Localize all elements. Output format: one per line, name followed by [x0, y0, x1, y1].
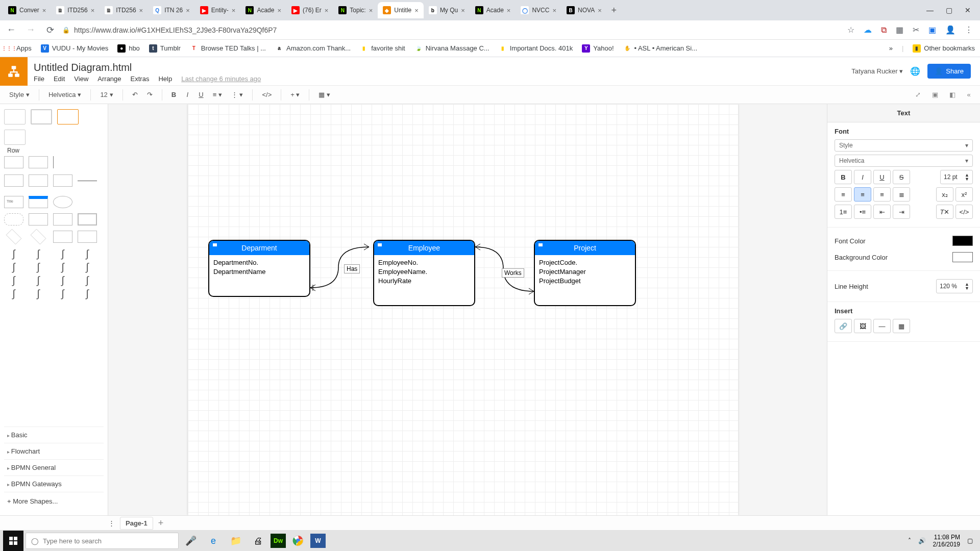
- shape-entity-box[interactable]: [29, 213, 48, 226]
- shape-table-4[interactable]: [4, 130, 26, 145]
- browser-tab[interactable]: 🗎ITD256×: [100, 2, 148, 18]
- close-tab-icon[interactable]: ×: [507, 7, 511, 14]
- forward-button[interactable]: →: [23, 24, 38, 35]
- numbered-list-button[interactable]: 1≡: [835, 205, 852, 219]
- shape-misc-3[interactable]: [53, 174, 72, 187]
- ext-onedrive-icon[interactable]: ☁: [864, 25, 872, 35]
- start-button[interactable]: [3, 531, 23, 551]
- shape-connector-2[interactable]: ∫: [29, 248, 48, 261]
- relation-label-has[interactable]: Has: [344, 264, 360, 273]
- italic-button[interactable]: I: [182, 89, 192, 101]
- bookmark-item[interactable]: aAmazon.com Thank...: [275, 44, 351, 53]
- shape-entity-1[interactable]: [29, 196, 48, 208]
- more-format-dropdown[interactable]: ⋮ ▾: [228, 89, 247, 101]
- page-tab-1[interactable]: Page-1: [120, 517, 153, 530]
- entity-body[interactable]: DepartmentNo.DepartmentName: [209, 255, 309, 296]
- canvas-page[interactable]: Has Works DeparmentDepartmentNo.Departme…: [188, 104, 738, 515]
- document-title[interactable]: Untitled Diagram.html: [34, 62, 261, 73]
- tray-volume-icon[interactable]: 🔊: [918, 537, 926, 544]
- bookmark-item[interactable]: ⋮⋮⋮Apps: [5, 44, 32, 53]
- shape-row-2[interactable]: [29, 156, 48, 168]
- more-shapes-button[interactable]: + More Shapes...: [4, 492, 104, 510]
- bg-color-swatch[interactable]: [952, 252, 973, 262]
- shape-connector-1[interactable]: ∫: [4, 248, 23, 261]
- shape-connector-11[interactable]: ∫: [53, 274, 72, 288]
- redo-button[interactable]: ↷: [144, 89, 156, 101]
- bookmark-item[interactable]: ▮favorite shit: [360, 44, 405, 53]
- canvas-area[interactable]: Has Works DeparmentDepartmentNo.Departme…: [108, 104, 827, 515]
- close-tab-icon[interactable]: ×: [369, 7, 373, 14]
- shape-note-2[interactable]: [78, 231, 97, 243]
- panel-italic-button[interactable]: I: [854, 170, 871, 184]
- shape-note-1[interactable]: [53, 231, 72, 243]
- shape-row-1[interactable]: [4, 156, 23, 168]
- entity-body[interactable]: EmployeeNo.EmployeeName.HourlyRate: [374, 255, 474, 305]
- close-tab-icon[interactable]: ×: [232, 7, 236, 14]
- shape-attribute[interactable]: [53, 196, 72, 208]
- indent-button[interactable]: ⇥: [893, 205, 910, 219]
- taskbar-word-icon[interactable]: W: [310, 534, 326, 548]
- shape-connector-5[interactable]: ∫: [4, 261, 23, 274]
- share-button[interactable]: 👤 Share: [927, 64, 971, 79]
- superscript-button[interactable]: x²: [955, 187, 973, 202]
- ext-cut-icon[interactable]: ✂: [913, 25, 919, 35]
- bookmark-overflow[interactable]: »: [889, 44, 893, 52]
- user-name[interactable]: Tatyana Rucker ▾: [851, 67, 903, 75]
- entity-header[interactable]: Deparment: [209, 241, 309, 255]
- font-family-dropdown[interactable]: Helvetica ▾: [45, 89, 84, 101]
- shape-table-3[interactable]: [57, 109, 79, 124]
- taskbar-edge-icon[interactable]: e: [203, 531, 224, 551]
- cast-icon[interactable]: ▣: [928, 25, 936, 35]
- taskbar-chrome-icon[interactable]: [288, 531, 308, 551]
- shape-cloud[interactable]: [4, 213, 23, 226]
- bookmark-item[interactable]: ▮Important Docs. 401k: [499, 44, 573, 53]
- line-height-spinner[interactable]: 120 %▲▼: [936, 279, 973, 293]
- align-justify-button[interactable]: ≣: [893, 187, 910, 202]
- browser-tab[interactable]: ▶(76) Er×: [286, 2, 333, 18]
- insert-image-button[interactable]: 🖼: [854, 319, 871, 333]
- bookmark-item[interactable]: ✋• ASL • American Si...: [623, 44, 698, 53]
- shape-entity-box-3[interactable]: [78, 213, 97, 226]
- shape-connector-16[interactable]: ∫: [78, 288, 97, 301]
- entity-header[interactable]: Project: [535, 241, 635, 255]
- other-bookmarks[interactable]: ▮ Other bookmarks: [913, 44, 975, 53]
- menu-file[interactable]: File: [34, 75, 44, 83]
- taskbar-printer-icon[interactable]: 🖨: [248, 531, 268, 551]
- collapse-icon[interactable]: [538, 243, 543, 247]
- browser-tab[interactable]: NAcade×: [470, 2, 516, 18]
- shape-connector-4[interactable]: ∫: [78, 248, 97, 261]
- entity-body[interactable]: ProjectCode.ProjectManagerProjectBudget: [535, 255, 635, 305]
- panel-bold-button[interactable]: B: [835, 170, 852, 184]
- browser-tab[interactable]: NConver×: [3, 2, 51, 18]
- shape-table-1[interactable]: [4, 109, 26, 124]
- shape-connector-12[interactable]: ∫: [78, 274, 97, 288]
- entity-attribute[interactable]: EmployeeName.: [378, 267, 470, 277]
- shape-misc-2[interactable]: [29, 174, 48, 187]
- reload-button[interactable]: ⟳: [43, 24, 57, 36]
- bookmark-item[interactable]: ●hbo: [117, 44, 140, 53]
- shape-misc-1[interactable]: [4, 174, 23, 187]
- url-bar[interactable]: 🔒 https://www.draw.io/#G1XHExLIEhS3_2J9e…: [62, 26, 842, 34]
- window-maximize-icon[interactable]: ▢: [946, 6, 952, 14]
- close-tab-icon[interactable]: ×: [461, 7, 465, 14]
- new-tab-button[interactable]: +: [607, 5, 621, 16]
- bookmark-item[interactable]: tTumblr: [149, 44, 181, 53]
- shape-connector-15[interactable]: ∫: [53, 288, 72, 301]
- er-entity-project[interactable]: ProjectProjectCode.ProjectManagerProject…: [534, 240, 636, 306]
- entity-attribute[interactable]: EmployeeNo.: [378, 258, 470, 267]
- browser-tab[interactable]: bMy Qu×: [424, 2, 470, 18]
- collapse-icon[interactable]: [212, 243, 217, 247]
- shape-connector-8[interactable]: ∫: [78, 261, 97, 274]
- shape-connector-13[interactable]: ∫: [4, 288, 23, 301]
- menu-extras[interactable]: Extras: [131, 75, 150, 83]
- close-tab-icon[interactable]: ×: [325, 7, 329, 14]
- bookmark-item[interactable]: YYahoo!: [582, 44, 614, 53]
- browser-tab[interactable]: NTopic:×: [333, 2, 378, 18]
- panel-html-button[interactable]: </>: [955, 205, 973, 219]
- bookmark-item[interactable]: TBrowse TED Talks | ...: [190, 44, 266, 53]
- shape-category[interactable]: Flowchart: [4, 443, 104, 459]
- shape-row-3[interactable]: [53, 156, 67, 168]
- shape-connector-9[interactable]: ∫: [4, 274, 23, 288]
- font-size-dropdown[interactable]: 12 ▾: [97, 89, 116, 101]
- underline-button[interactable]: U: [195, 89, 206, 101]
